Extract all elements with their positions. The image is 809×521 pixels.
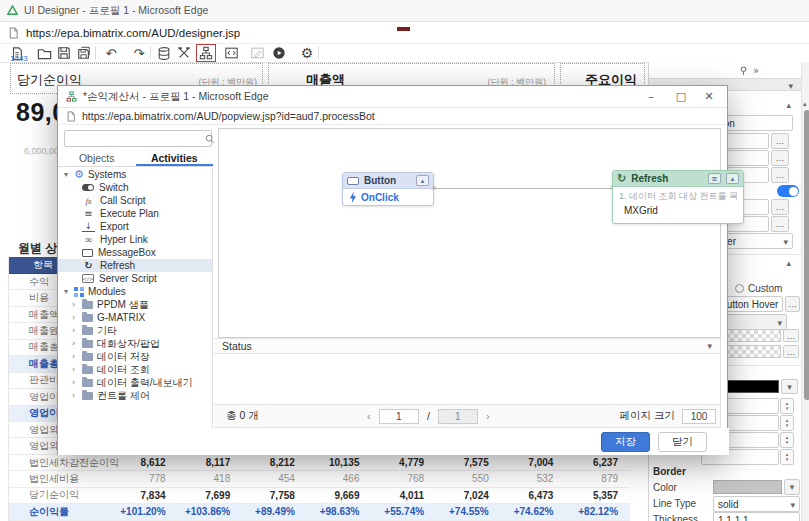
next-page-icon[interactable]: › bbox=[486, 410, 490, 423]
scroll-up-icon[interactable]: ▴ bbox=[803, 100, 807, 108]
page-input[interactable] bbox=[379, 409, 419, 424]
tab-activities[interactable]: Activities bbox=[136, 150, 214, 166]
process-designer-icon[interactable] bbox=[197, 45, 215, 61]
page-size-input[interactable] bbox=[682, 409, 716, 424]
tree-item-label: Server Script bbox=[99, 273, 157, 284]
close-button[interactable]: ✕ bbox=[695, 86, 723, 107]
page-size-label: 페이지 크기 bbox=[620, 409, 675, 423]
browser-urlbar[interactable]: https://epa.bimatrix.com/AUD/designer.js… bbox=[0, 22, 809, 44]
folder-icon bbox=[82, 340, 93, 348]
tree-item-label: G-MATRIX bbox=[97, 312, 145, 323]
stepper-control[interactable]: ▴▾ bbox=[780, 432, 794, 448]
redo-icon[interactable]: ↷ bbox=[130, 45, 148, 61]
collapse-node-icon[interactable]: ▴ bbox=[726, 173, 739, 184]
ellipsis-button[interactable]: … bbox=[771, 199, 789, 215]
tree-item[interactable]: Switch bbox=[58, 181, 212, 194]
tab-objects[interactable]: Objects bbox=[58, 150, 136, 166]
edit-icon[interactable] bbox=[248, 45, 266, 61]
tree-item-label: 컨트롤 제어 bbox=[97, 389, 150, 403]
tree-group-modules[interactable]: ▾ Modules bbox=[58, 285, 212, 298]
tree-item[interactable]: Hyper Link bbox=[58, 233, 212, 246]
tree-item[interactable]: Refresh bbox=[58, 259, 212, 272]
collapse-node-icon[interactable]: ▴ bbox=[416, 175, 429, 186]
collapse-panel-icon[interactable]: » bbox=[753, 65, 759, 76]
code-view-icon[interactable] bbox=[222, 45, 240, 61]
refresh-icon bbox=[82, 260, 95, 271]
row-label: 당기순이익 bbox=[9, 488, 113, 502]
popup-url-text[interactable]: https://epa.bimatrix.com/AUD/popview.jsp… bbox=[82, 110, 375, 122]
save-icon[interactable] bbox=[55, 45, 73, 61]
tree-folder-item[interactable]: › G-MATRIX bbox=[58, 311, 212, 324]
ellipsis-button[interactable]: … bbox=[771, 216, 789, 232]
scrollbar-thumb[interactable] bbox=[804, 110, 809, 400]
ellipsis-button[interactable]: … bbox=[783, 345, 799, 358]
modules-items: › PPDM 샘플 › G-MATRIX › 기타 › 대화상자/팝업 › bbox=[58, 298, 212, 402]
data-source-icon[interactable] bbox=[155, 45, 173, 61]
tree-item[interactable]: Server Script bbox=[58, 272, 212, 285]
popup-urlbar[interactable]: https://epa.bimatrix.com/AUD/popview.jsp… bbox=[58, 108, 727, 125]
build-tools-icon[interactable] bbox=[175, 45, 193, 61]
undo-icon[interactable]: ↶ bbox=[102, 45, 120, 61]
border-section-label: Border bbox=[653, 466, 686, 477]
run-icon[interactable] bbox=[270, 45, 288, 61]
refresh-node-header[interactable]: ↻ Refresh ≡ ▴ bbox=[613, 171, 743, 187]
color-dropdown-button[interactable]: ▾ bbox=[781, 379, 798, 394]
tree-item-label: PPDM 샘플 bbox=[97, 298, 149, 312]
tree-folder-item[interactable]: › PPDM 샘플 bbox=[58, 298, 212, 311]
search-input[interactable] bbox=[65, 133, 205, 144]
tree-folder-item[interactable]: › 데이터 조회 bbox=[58, 363, 212, 376]
ellipsis-button[interactable]: … bbox=[785, 296, 800, 312]
ellipsis-button[interactable]: … bbox=[771, 150, 789, 166]
stepper-control[interactable]: ▴▾ bbox=[780, 415, 794, 431]
collapse-arrow-icon: ▾ bbox=[64, 287, 70, 296]
toggle-switch-on[interactable] bbox=[777, 185, 799, 197]
tree-group-systems[interactable]: ▾ ⚙ Systems bbox=[58, 168, 212, 181]
ellipsis-button[interactable]: … bbox=[783, 329, 799, 342]
stepper-control[interactable]: ▴▾ bbox=[780, 398, 794, 414]
node-title: Button bbox=[364, 175, 411, 186]
tree-folder-item[interactable]: › 데이터 저장 bbox=[58, 350, 212, 363]
dialog-button-bar: 저장 닫기 bbox=[58, 428, 729, 455]
open-file-icon[interactable] bbox=[35, 45, 53, 61]
tree-folder-item[interactable]: › 데이터 출력/내보내기 bbox=[58, 376, 212, 389]
save-button[interactable]: 저장 bbox=[601, 432, 650, 452]
button-node[interactable]: Button ▴ OnClick bbox=[342, 172, 434, 206]
status-section-header[interactable]: Status ▾ bbox=[214, 338, 721, 354]
refresh-node-body[interactable]: 1. 데이터 조회 대상 컨트롤 목록 MXGrid bbox=[613, 187, 743, 219]
color-dropdown-button[interactable]: ▾ bbox=[784, 479, 800, 495]
tree-item[interactable]: Call Script bbox=[58, 194, 212, 207]
tree-folder-item[interactable]: › 컨트롤 제어 bbox=[58, 389, 212, 402]
minimize-button[interactable]: – bbox=[637, 86, 665, 107]
tree-item[interactable]: MessageBox bbox=[58, 246, 212, 259]
line-type-dropdown[interactable]: solid ▾ bbox=[713, 496, 800, 512]
button-node-body[interactable]: OnClick bbox=[343, 189, 433, 206]
process-canvas[interactable]: Button ▴ OnClick › ↻ Refresh ≡ ▴ bbox=[218, 128, 721, 338]
custom-radio[interactable] bbox=[735, 284, 744, 293]
ellipsis-button[interactable]: … bbox=[771, 133, 789, 149]
save-as-icon[interactable] bbox=[75, 45, 93, 61]
panel-scrollbar[interactable]: ▴ bbox=[801, 62, 809, 521]
node-menu-icon[interactable]: ≡ bbox=[708, 173, 721, 184]
url-text[interactable]: https://epa.bimatrix.com/AUD/designer.js… bbox=[26, 27, 240, 39]
thickness-field[interactable]: 1 1 1 1 bbox=[713, 512, 800, 521]
search-box[interactable] bbox=[64, 130, 212, 147]
refresh-node[interactable]: ↻ Refresh ≡ ▴ 1. 데이터 조회 대상 컨트롤 목록 MXGrid bbox=[612, 170, 744, 224]
prev-page-icon[interactable]: ‹ bbox=[366, 410, 370, 423]
expand-arrow-icon: › bbox=[72, 352, 78, 361]
button-node-header[interactable]: Button ▴ bbox=[343, 173, 433, 189]
settings-icon[interactable]: ⚙ bbox=[298, 45, 316, 61]
border-color-swatch[interactable] bbox=[713, 480, 782, 494]
expand-arrow-icon: › bbox=[72, 378, 78, 387]
tree-item-label: 데이터 조회 bbox=[97, 363, 150, 377]
tree-folder-item[interactable]: › 기타 bbox=[58, 324, 212, 337]
close-dialog-button[interactable]: 닫기 bbox=[658, 432, 707, 452]
table-row: 당기순이익 7,834 7,699 7,758 9,669 4,011 7,02… bbox=[9, 488, 630, 504]
stepper-control[interactable]: ▴▾ bbox=[780, 449, 794, 465]
tree-folder-item[interactable]: › 대화상자/팝업 bbox=[58, 337, 212, 350]
maximize-button[interactable]: □ bbox=[667, 86, 695, 107]
pager-bar: 총 0 개 ‹ / › 페이지 크기 bbox=[214, 404, 721, 428]
tree-item[interactable]: Export bbox=[58, 220, 212, 233]
tree-item[interactable]: Execute Plan bbox=[58, 207, 212, 220]
pin-icon[interactable] bbox=[739, 66, 748, 76]
ellipsis-button[interactable]: … bbox=[771, 167, 789, 183]
